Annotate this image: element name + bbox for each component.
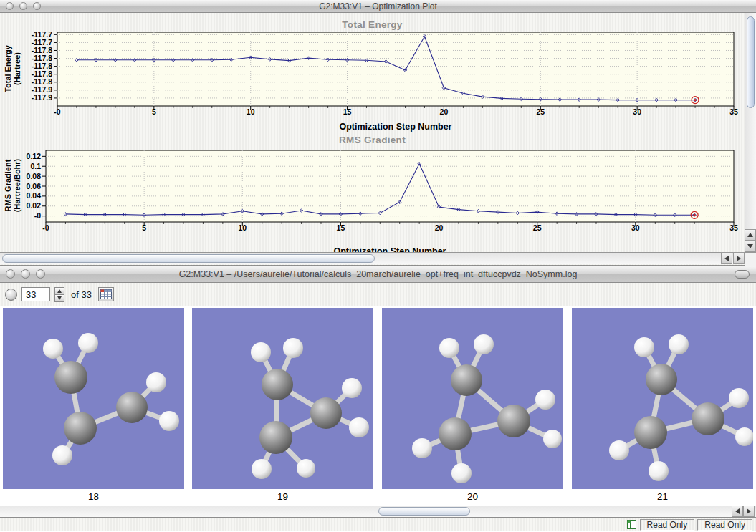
horizontal-scrollbar[interactable]	[0, 252, 745, 264]
frame-number-label: 20	[382, 491, 563, 502]
close-button[interactable]	[6, 269, 15, 279]
svg-text:-117.9: -117.9	[32, 93, 52, 102]
svg-text:10: 10	[238, 223, 247, 232]
svg-text:5: 5	[152, 107, 156, 116]
svg-text:20: 20	[435, 223, 444, 232]
down-arrow-icon	[57, 296, 62, 300]
window-controls	[6, 269, 45, 279]
toolbar-toggle-button[interactable]	[735, 270, 750, 279]
scroll-left-button[interactable]	[732, 506, 743, 517]
frame-number-label: 21	[572, 491, 753, 502]
frame-step-down-button[interactable]	[54, 295, 64, 302]
close-button[interactable]	[6, 2, 14, 10]
frame-total-label: of 33	[71, 289, 92, 300]
read-only-badge: Read Only	[697, 519, 752, 531]
frame-number-label: 18	[3, 491, 184, 502]
svg-text:0.12: 0.12	[27, 152, 42, 160]
up-arrow-icon	[747, 233, 753, 237]
horizontal-scrollbar-thumb[interactable]	[378, 507, 470, 516]
svg-text:20: 20	[440, 107, 449, 116]
viewer-window-titlebar[interactable]: G2:M33:V1 – /Users/aurelie/Tutorial/calc…	[0, 266, 756, 283]
minimize-button[interactable]	[21, 269, 30, 279]
plot-content-area: Total Energy Total Energy (Hartree) -051…	[0, 13, 756, 266]
svg-text:0.04: 0.04	[27, 191, 42, 200]
viewer-window-title: G2:M33:V1 – /Users/aurelie/Tutorial/calc…	[179, 269, 578, 279]
down-arrow-icon	[747, 244, 753, 248]
svg-text:25: 25	[536, 107, 545, 116]
rms-gradient-chart-title: RMS Gradient	[0, 135, 745, 145]
svg-text:15: 15	[337, 223, 345, 232]
left-arrow-icon	[724, 256, 729, 261]
optimization-plot-window: G2:M33:V1 – Optimization Plot Total Ener…	[0, 0, 756, 266]
svg-text:0.08: 0.08	[27, 172, 42, 180]
frame-number-label: 19	[192, 491, 373, 502]
svg-text:Optimization Step Number: Optimization Step Number	[340, 122, 452, 132]
svg-text:0.02: 0.02	[27, 201, 42, 210]
plot-window-title: G2:M33:V1 – Optimization Plot	[319, 1, 437, 11]
right-arrow-icon	[737, 256, 741, 261]
molecule-view-frame-19[interactable]	[192, 308, 373, 489]
molecule-view-frame-20[interactable]	[382, 308, 563, 489]
scroll-right-button[interactable]	[743, 506, 755, 517]
minimize-button[interactable]	[19, 2, 27, 10]
svg-text:0.06: 0.06	[27, 182, 42, 190]
vertical-scrollbar[interactable]	[745, 13, 756, 252]
scroll-down-button[interactable]	[745, 240, 756, 252]
frames-horizontal-scrollbar[interactable]	[0, 506, 756, 517]
up-arrow-icon	[57, 289, 62, 293]
scroll-left-button[interactable]	[721, 252, 732, 264]
svg-text:-0: -0	[42, 223, 49, 232]
total-energy-chart[interactable]: -05101520253035-117.7-117.7-117.8-117.8-…	[6, 27, 745, 135]
status-bar: Read Only Read Only	[0, 517, 756, 531]
svg-text:35: 35	[729, 223, 738, 232]
molecule-view-frame-18[interactable]	[3, 308, 184, 489]
read-only-badge: Read Only	[640, 519, 695, 531]
frame-step-up-button[interactable]	[54, 287, 64, 295]
spreadsheet-icon	[626, 519, 637, 530]
frame-indicator-button[interactable]	[5, 289, 17, 301]
svg-text:0.1: 0.1	[30, 162, 41, 170]
svg-text:35: 35	[729, 107, 738, 116]
frame-toolbar: of 33	[0, 283, 756, 306]
molecule-frames-area: 18 19 20 21	[0, 306, 756, 506]
frame-table-button[interactable]	[98, 287, 114, 301]
svg-text:-0: -0	[34, 211, 41, 220]
molecule-view-frame-21[interactable]	[572, 308, 753, 489]
horizontal-scrollbar-thumb[interactable]	[2, 254, 375, 263]
svg-text:-0: -0	[54, 107, 60, 116]
frame-number-input[interactable]	[21, 287, 50, 301]
molecule-viewer-window: G2:M33:V1 – /Users/aurelie/Tutorial/calc…	[0, 266, 756, 532]
plot-window-titlebar[interactable]: G2:M33:V1 – Optimization Plot	[0, 0, 756, 13]
right-arrow-icon	[747, 508, 751, 514]
vertical-scrollbar-thumb[interactable]	[747, 16, 755, 108]
svg-text:5: 5	[142, 223, 146, 232]
svg-text:15: 15	[343, 107, 352, 116]
window-controls	[6, 2, 41, 10]
svg-text:30: 30	[631, 223, 640, 232]
scroll-right-button[interactable]	[733, 252, 745, 264]
frame-table-icon	[100, 289, 112, 299]
zoom-button[interactable]	[36, 269, 45, 279]
scroll-up-button[interactable]	[745, 229, 756, 241]
svg-text:30: 30	[633, 107, 641, 116]
svg-text:10: 10	[247, 107, 255, 116]
rms-gradient-chart[interactable]: -051015202530350.120.10.080.060.040.02-0…	[6, 146, 745, 258]
svg-text:25: 25	[533, 223, 542, 232]
left-arrow-icon	[735, 508, 740, 514]
scrollbar-corner	[745, 252, 756, 266]
zoom-button[interactable]	[33, 2, 41, 10]
frame-stepper	[54, 287, 64, 302]
